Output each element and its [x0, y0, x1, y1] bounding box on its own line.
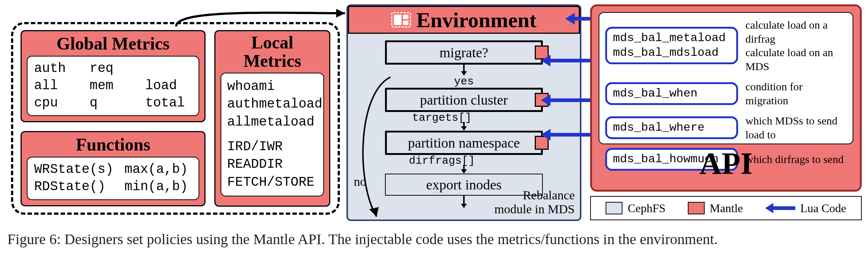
legend-label: Lua Code — [800, 202, 846, 215]
arrow-down: targets[] — [366, 112, 562, 131]
step-partition-namespace: partition namespace — [385, 131, 543, 155]
api-desc: condition for migration — [745, 80, 847, 107]
metric-item: load — [145, 77, 192, 95]
swatch-cephfs — [606, 202, 622, 214]
swatch-mantle — [688, 202, 705, 214]
metric-item — [145, 60, 192, 77]
api-row: mds_bal_metaload mds_bal_mdsload calcula… — [605, 18, 847, 73]
api-desc: which MDSs to send load to — [745, 114, 847, 141]
local-metric-item: IRD/IWR — [227, 138, 317, 156]
metric-item: auth — [34, 60, 81, 77]
step-label: export inodes — [426, 177, 502, 192]
global-metrics-title: Global Metrics — [27, 33, 199, 54]
step-label: migrate? — [440, 45, 489, 60]
step-partition-cluster: partition cluster — [385, 88, 543, 112]
layout-icon — [391, 12, 411, 28]
api-name: mds_bal_metaload — [613, 31, 730, 46]
functions-list: WRState(s) max(a,b) RDState() min(a,b) — [27, 157, 199, 200]
step-label: partition namespace — [408, 135, 520, 151]
global-metrics-list: auth req all mem load cpu q total — [27, 56, 199, 116]
api-desc-line: calculate load on a dirfrag — [745, 18, 847, 46]
api-name: mds_bal_where — [613, 120, 730, 135]
svg-marker-5 — [461, 126, 467, 131]
api-row: mds_bal_when condition for migration — [605, 80, 847, 107]
metric-item: req — [90, 60, 136, 77]
global-metrics-box: Global Metrics auth req all mem load cpu… — [21, 30, 206, 122]
function-item: max(a,b) — [124, 161, 192, 178]
legend: CephFS Mantle Lua Code — [590, 196, 862, 220]
metric-item: total — [145, 95, 192, 112]
local-metrics-box: Local Metrics whoami authmetaload allmet… — [214, 30, 330, 207]
metric-item: mem — [90, 77, 136, 95]
environment-panel: Environment migrate? yes partition clust… — [346, 4, 581, 221]
metric-item: q — [90, 95, 136, 112]
figure-caption: Figure 6: Designers set policies using t… — [7, 231, 859, 248]
svg-marker-7 — [461, 169, 467, 174]
arrow-label: dirfrags[] — [409, 155, 475, 167]
api-desc: calculate load on a dirfrag calculate lo… — [745, 18, 847, 73]
svg-marker-1 — [369, 207, 379, 217]
api-row: mds_bal_where which MDSs to send load to — [605, 114, 847, 141]
arrow-down: yes — [366, 65, 562, 88]
arrow-label: targets[] — [412, 112, 472, 124]
functions-box: Functions WRState(s) max(a,b) RDState() … — [21, 131, 206, 206]
function-item: min(a,b) — [124, 178, 192, 196]
metrics-wrap: Global Metrics auth req all mem load cpu… — [11, 22, 340, 215]
api-bubble: mds_bal_when — [605, 82, 738, 105]
caption-line: module in MDS — [494, 202, 575, 216]
no-label: no — [354, 175, 366, 189]
arrow-left-icon — [765, 203, 795, 213]
legend-lua: Lua Code — [765, 202, 846, 215]
environment-caption: Rebalance module in MDS — [494, 188, 575, 216]
local-metric-item: authmetaload — [227, 95, 317, 113]
svg-marker-9 — [461, 204, 467, 208]
api-bubble: mds_bal_where — [605, 116, 738, 139]
legend-cephfs: CephFS — [606, 202, 665, 215]
step-label: partition cluster — [420, 92, 508, 108]
legend-label: Mantle — [710, 202, 743, 215]
function-item: WRState(s) — [34, 161, 113, 178]
caption-line: Rebalance — [494, 188, 575, 202]
svg-marker-0 — [336, 9, 345, 18]
local-metric-item: allmetaload — [227, 113, 317, 131]
local-metric-item: whoami — [227, 78, 317, 96]
environment-title: Environment — [416, 8, 537, 32]
environment-header: Environment — [348, 6, 580, 34]
arrow-label: yes — [454, 75, 474, 88]
legend-label: CephFS — [628, 202, 665, 215]
legend-mantle: Mantle — [688, 202, 743, 215]
metric-item: cpu — [34, 95, 81, 112]
metric-item: all — [34, 77, 81, 95]
api-desc-line: calculate load on an MDS — [745, 46, 847, 73]
api-desc: which dirfrags to send — [745, 152, 843, 166]
api-panel: mds_bal_metaload mds_bal_mdsload calcula… — [590, 4, 862, 192]
local-metrics-title: Local Metrics — [221, 33, 324, 70]
local-metric-item: READDIR — [227, 156, 317, 174]
api-name: mds_bal_mdsload — [613, 46, 730, 60]
step-migrate: migrate? — [385, 40, 543, 65]
function-item: RDState() — [34, 178, 113, 196]
local-metrics-list: whoami authmetaload allmetaload IRD/IWR … — [221, 73, 324, 197]
arrow-down: dirfrags[] — [366, 155, 562, 174]
api-bubble: mds_bal_metaload mds_bal_mdsload — [605, 27, 738, 64]
api-inner: mds_bal_metaload mds_bal_mdsload calcula… — [599, 12, 853, 144]
local-metric-item: FETCH/STORE — [227, 174, 317, 192]
api-name: mds_bal_when — [613, 86, 730, 101]
functions-title: Functions — [27, 134, 199, 155]
